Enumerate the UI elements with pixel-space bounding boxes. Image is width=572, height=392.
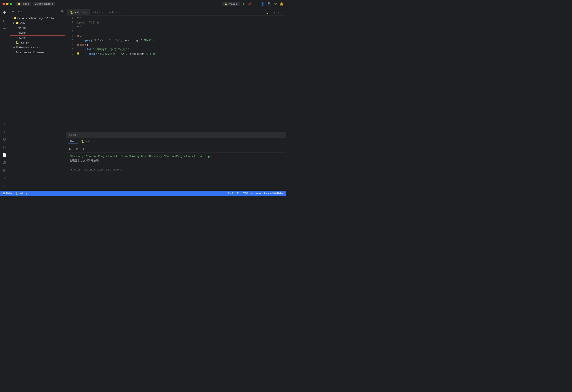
more-options-icon[interactable]: ⋯: [255, 2, 258, 6]
code-line-8: print("出现异常，进行异常处理"): [76, 47, 286, 52]
code-line-2: 文件操作 代码示例: [76, 20, 286, 25]
project-menu-button[interactable]: 📁 Hello ▾: [16, 2, 31, 6]
activity-trash-icon[interactable]: 🗑: [1, 167, 8, 174]
chevron-down-icon: ▾: [28, 2, 29, 5]
maximize-button[interactable]: [10, 3, 12, 5]
tree-item-hello-root[interactable]: ▾ 📁 Hello ~/PycharmProjects/Hello: [10, 15, 65, 20]
line-numbers: 1 2 3 4 5 6 7 8 9: [66, 15, 75, 132]
run-main-tab: 🐍 main ✕: [81, 140, 95, 143]
svg-marker-6: [3, 138, 6, 139]
tree-item-external-libs[interactable]: ▶ 🏛 External Libraries: [10, 45, 65, 50]
tree-item-scratches[interactable]: ≡ Scratches and Consoles: [10, 50, 65, 55]
notifications-icon[interactable]: 🔔: [280, 2, 284, 6]
tab-overflow-icon[interactable]: ⋮: [281, 11, 284, 15]
status-file[interactable]: 🐍 main.py: [15, 192, 27, 195]
activity-down-icon[interactable]: ↓: [1, 128, 8, 135]
status-time: 9:45: [228, 192, 233, 195]
folder-icon: 📁: [17, 2, 21, 5]
fn-open: open: [83, 38, 90, 43]
panel-tab-main-run[interactable]: 🐍 main ✕: [79, 139, 98, 144]
code-line-4: [76, 30, 286, 34]
activity-up-icon[interactable]: ↑: [1, 121, 8, 127]
status-encoding[interactable]: UTF-8: [241, 192, 248, 195]
sidebar-settings-icon[interactable]: ⚙: [61, 10, 64, 13]
warning-count: 3: [269, 12, 270, 15]
indent2: [76, 47, 83, 52]
status-indent[interactable]: 4 spaces: [251, 192, 261, 195]
tab-main-py-close[interactable]: ✕: [85, 11, 87, 14]
run-refresh-btn[interactable]: ↻: [74, 146, 79, 151]
activity-layers-icon[interactable]: [1, 136, 8, 142]
activity-file2-icon[interactable]: 📄: [1, 151, 8, 158]
ext-libs-icon: 🏛: [16, 46, 18, 49]
branch-selector[interactable]: 🐍 main ▾: [222, 2, 240, 6]
tab-file1-txt[interactable]: ≡ file1.txt: [106, 9, 123, 15]
main-area: ⋯ ↑ ↓ ▷ 📄 🖨 🗑 ⚠ ⑂ Project ⚙ ▾ 📁 Hello ~/…: [0, 8, 286, 191]
activity-run-icon[interactable]: ▷: [1, 144, 8, 150]
run-python-icon: 🐍: [81, 140, 84, 143]
code-content[interactable]: """ 文件操作 代码示例 """ try: open("file3.txt",…: [75, 15, 286, 132]
tab-file1-label: file1.txt: [112, 11, 121, 14]
tree-item-file3[interactable]: ≡ file3.txt: [10, 35, 65, 40]
fn-open2: open: [88, 52, 95, 56]
activity-more-icon[interactable]: ⋯: [1, 25, 8, 31]
warning-badge: ▲ 3: [266, 12, 272, 15]
tree-item-main-py[interactable]: 🐍 main.py: [10, 40, 65, 45]
collapse-icon[interactable]: ∨: [277, 11, 279, 15]
run-main-close[interactable]: ✕: [94, 140, 95, 143]
activity-branch-icon[interactable]: ⑂: [1, 182, 8, 189]
tree-item-file2[interactable]: ≡ file2.txt: [10, 30, 65, 35]
activity-explorer-icon[interactable]: [1, 9, 8, 16]
chevron-down-icon-2: ▾: [52, 2, 53, 5]
tree-item-venv[interactable]: ▶ 📁 venv: [10, 20, 65, 25]
run-play-btn[interactable]: ▶: [68, 146, 73, 151]
activity-warning-icon[interactable]: ⚠: [1, 175, 8, 181]
close-button[interactable]: [2, 3, 5, 5]
sidebar-header: Project ⚙: [9, 8, 66, 15]
code-line-6: open("file3.txt", "r", encoding="UTF-8"): [76, 38, 286, 43]
traffic-lights: [2, 3, 12, 5]
run-stop-btn[interactable]: ■: [81, 146, 86, 151]
run-line-3: [69, 163, 283, 168]
tree-item-file1[interactable]: ≡ file1.txt: [10, 25, 65, 30]
svg-rect-3: [4, 13, 6, 14]
status-line-ending[interactable]: LF: [236, 192, 238, 195]
venv-label: venv: [20, 21, 64, 25]
svg-rect-2: [3, 13, 4, 14]
expand-icon[interactable]: ∧: [273, 11, 276, 15]
status-interpreter[interactable]: Python 3.8 (Hello): [264, 192, 284, 195]
panel-tab-run[interactable]: Run: [68, 139, 78, 144]
code-token: 文件操作 代码示例: [76, 20, 99, 25]
settings-icon[interactable]: ⚙: [274, 2, 277, 6]
code-line-5: try:: [76, 34, 286, 38]
debug-icon[interactable]: 🐞: [248, 2, 252, 6]
folder-open-icon: 📁: [14, 16, 16, 19]
status-bar: 🔲 Hello 🐍 main.py 9:45 LF UTF-8 4 spaces…: [0, 191, 286, 196]
activity-print-icon[interactable]: 🖨: [1, 159, 8, 166]
run-main-label: main: [85, 140, 91, 143]
run-button[interactable]: ▶: [243, 2, 245, 6]
version-control-button[interactable]: Version control ▾: [33, 2, 55, 6]
python-file-icon: 🐍: [16, 41, 19, 44]
status-branch[interactable]: 🔲 Hello: [2, 192, 12, 195]
tab-file2-txt[interactable]: ≡ file2.txt: [90, 9, 107, 15]
search-icon[interactable]: 🔍: [267, 2, 271, 6]
tab-main-py[interactable]: 🐍 main.py ✕: [67, 9, 90, 15]
profile-icon[interactable]: 👤: [261, 2, 265, 6]
tab-main-py-label: main.py: [74, 11, 84, 14]
warning-triangle-icon: ▲: [266, 12, 268, 15]
branch-name: main: [229, 2, 235, 5]
run-more-btn[interactable]: ⋯: [87, 146, 92, 151]
svg-rect-1: [4, 11, 6, 13]
run-tab-label: Run: [70, 140, 75, 143]
hint-bulb-icon: 💡: [76, 52, 80, 56]
bottom-panel: Run 🐍 main ✕ ▶ ↻ ■ ⋯ /Users/zyq/PycharmP…: [66, 138, 286, 191]
minimize-button[interactable]: [6, 3, 9, 5]
activity-git-icon[interactable]: [1, 17, 8, 24]
panel-tabs: Run 🐍 main ✕: [66, 138, 286, 145]
ext-libs-chevron-icon: ▶: [13, 46, 15, 49]
code-editor[interactable]: 1 2 3 4 5 6 7 8 9 """ 文件操作 代码示例 """ try:: [66, 15, 286, 132]
svg-point-4: [5, 21, 6, 22]
svg-point-5: [3, 19, 4, 20]
file3-label: file3.txt: [18, 36, 64, 39]
